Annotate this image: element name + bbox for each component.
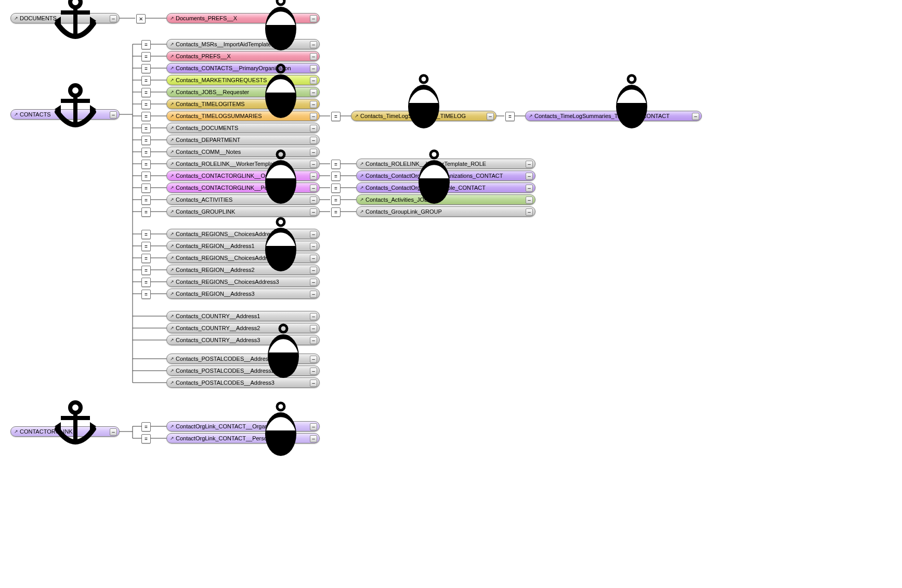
collapse-button[interactable]: – — [310, 89, 317, 96]
relationship-operator[interactable]: = — [141, 254, 151, 263]
relationship-operator[interactable]: = — [141, 290, 151, 299]
collapse-button[interactable]: – — [310, 337, 317, 344]
relationship-operator[interactable]: ✕ — [136, 14, 146, 23]
collapse-button[interactable]: – — [310, 267, 317, 274]
collapse-button[interactable]: – — [310, 368, 317, 375]
relationship-operator[interactable]: = — [141, 434, 151, 443]
link-icon: ↗ — [170, 54, 174, 59]
buoy-icon — [260, 322, 307, 386]
collapse-button[interactable]: – — [310, 41, 317, 48]
collapse-button[interactable]: – — [310, 356, 317, 363]
collapse-button[interactable]: – — [310, 65, 317, 72]
relationship-operator[interactable]: = — [141, 195, 151, 205]
link-icon: ↗ — [170, 380, 174, 385]
collapse-button[interactable]: – — [310, 423, 317, 430]
node-label: Contacts_REGION__Address3 — [176, 291, 317, 297]
link-icon: ↗ — [360, 185, 364, 190]
relationship-operator[interactable]: = — [141, 184, 151, 193]
collapse-button[interactable]: – — [310, 231, 317, 238]
relationship-operator[interactable]: = — [141, 422, 151, 432]
collapse-button[interactable]: – — [310, 53, 317, 60]
collapse-button[interactable]: – — [310, 255, 317, 262]
buoy-icon — [400, 73, 447, 136]
collapse-button[interactable]: – — [310, 291, 317, 298]
relationship-operator[interactable]: = — [505, 112, 515, 121]
relationship-operator[interactable]: = — [331, 184, 341, 193]
collapse-button[interactable]: – — [310, 279, 317, 286]
collapse-button[interactable]: – — [526, 161, 533, 168]
relationship-operator[interactable]: = — [141, 160, 151, 169]
buoy-icon — [257, 148, 304, 212]
collapse-button[interactable]: – — [310, 380, 317, 387]
collapse-button[interactable]: – — [526, 185, 533, 192]
relationship-operator[interactable]: = — [331, 172, 341, 181]
collapse-button[interactable]: – — [310, 208, 317, 216]
link-icon: ↗ — [355, 113, 359, 119]
relationship-operator[interactable]: = — [141, 266, 151, 275]
relationship-operator[interactable]: = — [141, 64, 151, 73]
relationship-operator[interactable]: = — [141, 100, 151, 109]
relationship-operator[interactable]: = — [331, 160, 341, 169]
collapse-button[interactable]: – — [310, 77, 317, 84]
collapse-button[interactable]: – — [310, 101, 317, 108]
collapse-button[interactable]: – — [310, 15, 317, 22]
relationship-operator[interactable]: = — [141, 242, 151, 251]
link-icon: ↗ — [170, 173, 174, 178]
collapse-button[interactable]: – — [310, 173, 317, 180]
relationship-operator[interactable]: = — [141, 230, 151, 239]
relationship-operator[interactable]: = — [331, 112, 341, 121]
collapse-button[interactable]: – — [310, 185, 317, 192]
collapse-button[interactable]: – — [526, 197, 533, 204]
relationship-operator[interactable]: = — [141, 88, 151, 97]
relationship-operator[interactable]: = — [141, 172, 151, 181]
relationship-operator[interactable]: = — [141, 207, 151, 217]
collapse-button[interactable]: – — [310, 325, 317, 332]
link-icon: ↗ — [170, 101, 174, 107]
collapse-button[interactable]: – — [310, 435, 317, 442]
link-icon: ↗ — [170, 137, 174, 142]
collapse-button[interactable]: – — [310, 137, 317, 144]
relationship-operator[interactable]: = — [331, 207, 341, 217]
collapse-button[interactable]: – — [310, 149, 317, 156]
collapse-button[interactable]: – — [526, 208, 533, 216]
relationship-operator[interactable]: = — [141, 148, 151, 157]
relationship-operator[interactable]: = — [141, 40, 151, 49]
link-icon: ↗ — [14, 112, 18, 117]
collapse-button[interactable]: – — [110, 111, 117, 119]
link-icon: ↗ — [170, 66, 174, 71]
table-node[interactable]: ↗Contacts_COUNTRY__Address1– — [166, 311, 320, 321]
collapse-button[interactable]: – — [110, 428, 117, 436]
anchor-icon — [49, 400, 101, 453]
relationship-operator[interactable]: = — [141, 76, 151, 85]
relationship-operator[interactable]: = — [141, 112, 151, 121]
link-icon: ↗ — [360, 173, 364, 178]
anchor-icon — [49, 0, 101, 48]
link-icon: ↗ — [170, 255, 174, 260]
link-icon: ↗ — [170, 243, 174, 249]
collapse-button[interactable]: – — [310, 313, 317, 320]
anchor-icon — [49, 83, 101, 136]
link-icon: ↗ — [360, 197, 364, 202]
collapse-button[interactable]: – — [526, 173, 533, 180]
link-icon: ↗ — [14, 429, 18, 434]
collapse-button[interactable]: – — [310, 125, 317, 132]
relationship-operator[interactable]: = — [331, 195, 341, 205]
node-label: Contacts_DEPARTMENT — [176, 137, 317, 143]
link-icon: ↗ — [170, 113, 174, 119]
collapse-button[interactable]: – — [487, 113, 494, 120]
link-icon: ↗ — [14, 16, 18, 21]
link-icon: ↗ — [170, 267, 174, 272]
relationship-operator[interactable]: = — [141, 278, 151, 287]
relationship-operator[interactable]: = — [141, 124, 151, 133]
collapse-button[interactable]: – — [110, 15, 117, 22]
table-node[interactable]: ↗Contacts_REGION__Address3– — [166, 289, 320, 299]
collapse-button[interactable]: – — [310, 243, 317, 250]
table-node[interactable]: ↗Contacts_DEPARTMENT– — [166, 135, 320, 145]
relationship-operator[interactable]: = — [141, 52, 151, 61]
node-label: Contacts_COUNTRY__Address1 — [176, 313, 317, 319]
collapse-button[interactable]: – — [310, 161, 317, 168]
collapse-button[interactable]: – — [692, 113, 699, 120]
collapse-button[interactable]: – — [310, 113, 317, 120]
relationship-operator[interactable]: = — [141, 136, 151, 145]
collapse-button[interactable]: – — [310, 197, 317, 204]
